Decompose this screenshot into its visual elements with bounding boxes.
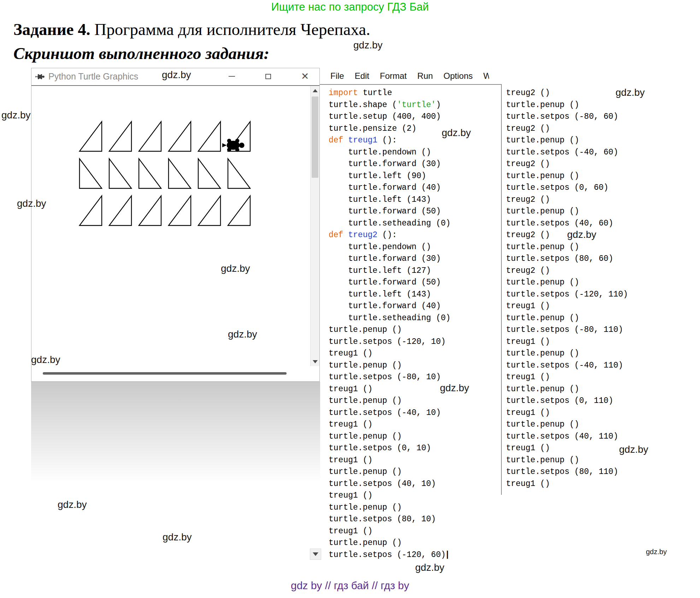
- code-line: turtle.forward (50): [329, 277, 451, 289]
- code-line: turtle.setpos (0, 10): [329, 442, 451, 455]
- code-line: turtle.penup (): [506, 170, 628, 182]
- watermark: gdz.by: [221, 263, 250, 274]
- menu-item-edit[interactable]: Edit: [355, 71, 369, 81]
- watermark: gdz.by: [415, 562, 445, 573]
- code-line: treug1 (): [506, 300, 628, 312]
- code-line: turtle.left (127): [329, 265, 451, 277]
- menu-item-file[interactable]: File: [330, 71, 344, 81]
- triangle-treug1: [169, 196, 191, 225]
- scroll-up-button[interactable]: [311, 86, 319, 95]
- code-line: turtle.forward (50): [329, 206, 451, 218]
- task-heading: Задание 4. Программа для исполнителя Чер…: [13, 20, 370, 39]
- triangle-treug2: [198, 159, 220, 188]
- code-line: turtle.penup (): [506, 419, 628, 431]
- triangle-treug2: [80, 159, 102, 188]
- vertical-scrollbar[interactable]: [310, 86, 319, 366]
- turtle-drawing: [31, 86, 310, 366]
- triangle-treug1: [80, 122, 102, 151]
- code-line: turtle.pendown (): [329, 241, 451, 253]
- code-line: treug1 (): [506, 407, 628, 419]
- code-line: treug1 (): [506, 442, 628, 455]
- code-line: treug2 (): [506, 123, 628, 135]
- code-column-left[interactable]: import turtleturtle.shape ('turtle')turt…: [329, 87, 451, 561]
- page: Ищите нас по запросу ГДЗ Бай Задание 4. …: [0, 0, 700, 598]
- code-line: turtle.setpos (-80, 60): [506, 111, 628, 123]
- watermark: gdz.by: [619, 444, 648, 455]
- triangle-treug1: [80, 196, 102, 225]
- code-line: turtle.penup (): [506, 277, 628, 289]
- code-line: turtle.shape ('turtle'): [329, 99, 451, 111]
- code-line: treug1 (): [506, 336, 628, 348]
- minimize-icon: [229, 76, 235, 77]
- vertical-scrollbar-thumb[interactable]: [312, 96, 318, 178]
- triangle-treug2: [228, 159, 250, 188]
- menu-item-run[interactable]: Run: [417, 71, 433, 81]
- code-line: turtle.penup (): [329, 324, 451, 336]
- code-line: turtle.setup (400, 400): [329, 111, 451, 123]
- menu-item-options[interactable]: Options: [443, 71, 473, 81]
- code-line: treug1 (): [329, 419, 451, 431]
- code-line: treug2 (): [506, 87, 628, 99]
- code-line: turtle.setpos (-120, 110): [506, 289, 628, 301]
- chevron-down-icon: [313, 552, 318, 556]
- code-line: turtle.setpos (80, 10): [329, 514, 451, 526]
- code-line: turtle.setpos (-80, 10): [329, 371, 451, 383]
- turtle-graphics-window: Python Turtle Graphics ✕: [31, 68, 320, 382]
- code-line: turtle.setpos (40, 110): [506, 431, 628, 443]
- code-line: treug1 (): [329, 455, 451, 467]
- promo-banner: Ищите нас по запросу ГДЗ Бай: [0, 1, 700, 13]
- code-line: turtle.penup (): [506, 455, 628, 467]
- app-turtle-icon: [35, 72, 45, 82]
- code-line: treug2 (): [506, 265, 628, 277]
- code-line: turtle.penup (): [506, 99, 628, 111]
- code-line: def treug1 ():: [329, 135, 451, 147]
- code-line: turtle.penup (): [506, 348, 628, 360]
- code-line: turtle.penup (): [329, 466, 451, 478]
- scroll-down-button[interactable]: [311, 357, 319, 366]
- code-line: treug1 (): [329, 490, 451, 502]
- horizontal-scrollbar-thumb[interactable]: [43, 372, 287, 375]
- watermark: gdz.by: [163, 532, 192, 543]
- code-line: treug1 (): [329, 383, 451, 395]
- triangle-treug1: [109, 196, 131, 225]
- code-area[interactable]: import turtleturtle.shape ('turtle')turt…: [320, 86, 700, 569]
- code-line: turtle.penup (): [506, 135, 628, 147]
- window-shadow: [31, 382, 320, 482]
- code-line: turtle.forward (30): [329, 158, 451, 170]
- maximize-button[interactable]: [260, 68, 276, 84]
- horizontal-scrollbar[interactable]: [31, 366, 310, 381]
- code-line: def treug2 ():: [329, 229, 451, 241]
- watermark: gdz.by: [440, 382, 469, 394]
- code-line: turtle.penup (): [506, 383, 628, 395]
- triangle-treug1: [139, 122, 161, 151]
- code-line: treug1 (): [506, 478, 628, 490]
- watermark: gdz.by: [162, 69, 191, 81]
- close-button[interactable]: ✕: [297, 68, 313, 84]
- code-line: turtle.setheading (0): [329, 312, 451, 324]
- triangle-treug1: [228, 196, 250, 225]
- code-line: turtle.left (90): [329, 170, 451, 182]
- watermark: gdz.by: [17, 198, 46, 209]
- triangle-treug2: [139, 159, 161, 188]
- triangle-treug1: [198, 122, 220, 151]
- code-line: turtle.forward (30): [329, 253, 451, 265]
- editor-scroll-down-button[interactable]: [310, 549, 321, 560]
- code-column-right[interactable]: treug2 ()turtle.penup ()turtle.setpos (-…: [506, 87, 628, 490]
- watermark: gdz.by: [616, 87, 645, 98]
- code-line: import turtle: [329, 87, 451, 99]
- menu-item-format[interactable]: Format: [380, 71, 407, 81]
- code-line: turtle.setpos (40, 10): [329, 478, 451, 490]
- code-line: turtle.setpos (-40, 60): [506, 147, 628, 159]
- column-separator: [501, 85, 502, 495]
- triangles-group: [80, 122, 250, 225]
- triangle-treug2: [169, 159, 191, 188]
- code-line: turtle.setpos (0, 60): [506, 182, 628, 194]
- maximize-icon: [265, 74, 271, 79]
- window-title: Python Turtle Graphics: [48, 71, 138, 82]
- code-line: turtle.left (143): [329, 289, 451, 301]
- code-line: treug2 (): [506, 158, 628, 170]
- menu-item-w[interactable]: W: [483, 71, 489, 81]
- watermark: gdz.by: [646, 548, 667, 556]
- minimize-button[interactable]: [224, 68, 240, 84]
- code-line: turtle.penup (): [329, 502, 451, 514]
